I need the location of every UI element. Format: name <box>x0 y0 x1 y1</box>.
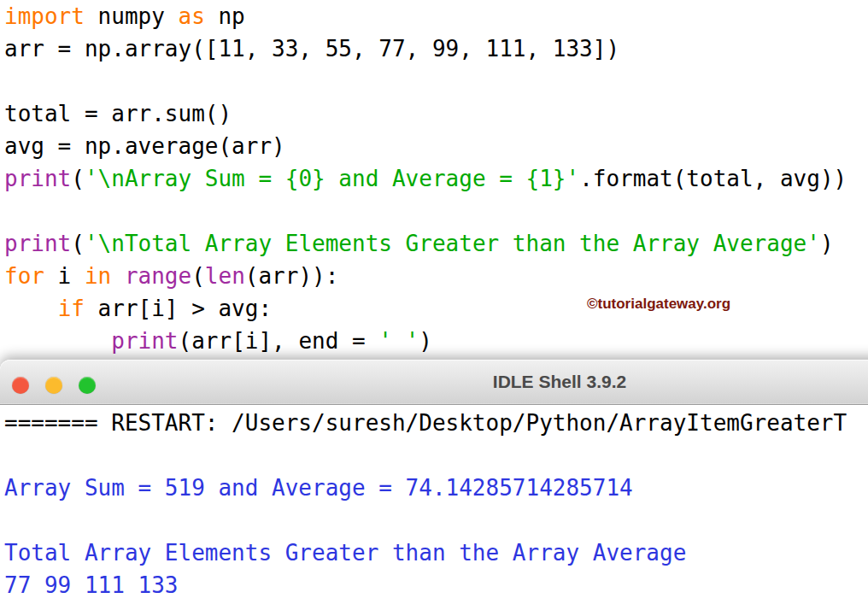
code-token: arr = np.array([11, 33, 55, 77, 99, 111,… <box>4 36 619 62</box>
code-line: print(arr[i], end = ' ') <box>4 325 868 357</box>
shell-line <box>4 504 868 537</box>
code-line: if arr[i] > avg: <box>4 292 868 325</box>
idle-shell-window: IDLE Shell 3.9.2 ======= RESTART: /Users… <box>0 360 868 604</box>
code-token: for <box>4 263 44 289</box>
code-token: if <box>58 296 85 321</box>
shell-titlebar[interactable]: IDLE Shell 3.9.2 <box>0 360 868 405</box>
code-token: '\nTotal Array Elements Greater than the… <box>85 231 820 256</box>
code-token: arr[i] > avg: <box>85 296 272 321</box>
code-token <box>4 328 111 354</box>
code-token: ( <box>71 231 85 256</box>
code-token: import <box>4 3 85 29</box>
code-line <box>4 65 868 97</box>
code-token: ( <box>191 263 205 289</box>
code-line: avg = np.average(arr) <box>4 130 868 162</box>
close-button[interactable] <box>12 377 29 394</box>
code-line <box>4 195 868 227</box>
window-title: IDLE Shell 3.9.2 <box>493 372 626 392</box>
code-editor[interactable]: import numpy as nparr = np.array([11, 33… <box>0 0 868 360</box>
shell-line: ======= RESTART: /Users/suresh/Desktop/P… <box>4 407 868 439</box>
code-line: arr = np.array([11, 33, 55, 77, 99, 111,… <box>4 32 868 65</box>
code-token: len <box>205 263 245 289</box>
watermark-text: ©tutorialgateway.org <box>587 296 730 313</box>
code-token: ) <box>419 328 432 354</box>
code-token <box>4 296 58 321</box>
code-token: numpy <box>85 3 179 29</box>
shell-line: Array Sum = 519 and Average = 74.1428571… <box>4 472 868 504</box>
code-token: i <box>44 263 85 289</box>
code-line: import numpy as np <box>4 0 868 32</box>
code-token: range <box>125 263 191 289</box>
code-line: for i in range(len(arr)): <box>4 260 868 292</box>
code-token: in <box>85 263 111 289</box>
code-token: np <box>205 3 245 29</box>
code-token: (arr[i], end = <box>179 328 379 354</box>
code-token: ( <box>71 166 85 191</box>
traffic-light-buttons <box>12 377 96 394</box>
code-token: (arr)): <box>245 263 339 289</box>
code-line: total = arr.sum() <box>4 97 868 130</box>
code-token: print <box>4 231 71 256</box>
minimize-button[interactable] <box>45 377 62 394</box>
code-token: .format(total, avg)) <box>579 166 847 191</box>
code-token: print <box>111 328 178 354</box>
zoom-button[interactable] <box>79 377 96 394</box>
shell-line <box>4 439 868 472</box>
code-token: avg = np.average(arr) <box>4 133 285 159</box>
shell-line: 77 99 111 133 <box>4 569 868 601</box>
code-token: ' ' <box>378 328 419 354</box>
code-token <box>111 263 125 289</box>
code-token: ) <box>820 231 834 256</box>
code-token: as <box>179 3 205 29</box>
code-token: print <box>4 166 71 191</box>
code-token: total = arr.sum() <box>4 101 232 126</box>
shell-output[interactable]: ======= RESTART: /Users/suresh/Desktop/P… <box>0 405 868 601</box>
code-token: '\nArray Sum = {0} and Average = {1}' <box>85 166 579 191</box>
shell-line: Total Array Elements Greater than the Ar… <box>4 537 868 569</box>
code-line: print('\nArray Sum = {0} and Average = {… <box>4 162 868 195</box>
code-line: print('\nTotal Array Elements Greater th… <box>4 227 868 260</box>
